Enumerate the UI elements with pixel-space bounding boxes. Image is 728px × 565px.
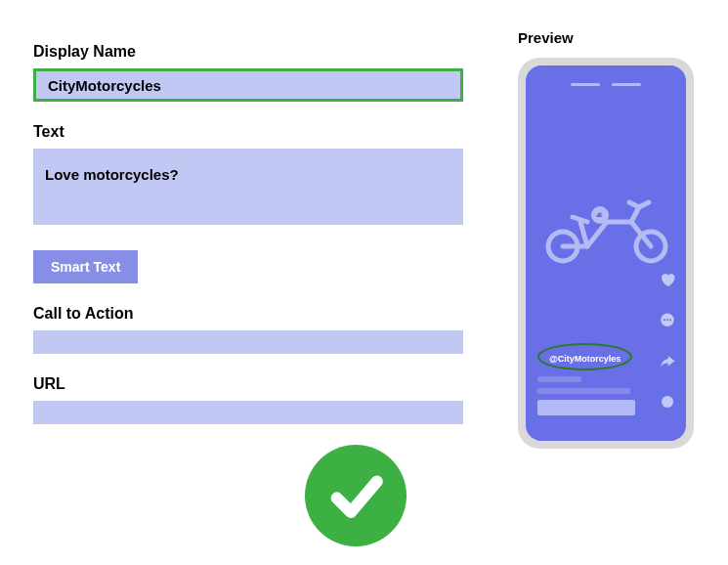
status-indicators [571,83,641,86]
svg-point-6 [669,319,671,321]
cta-placeholder [537,400,635,415]
svg-point-4 [664,319,665,321]
text-label: Text [33,123,463,141]
success-checkmark-icon [305,445,407,546]
url-input[interactable] [33,401,463,424]
caption-placeholder [537,388,630,394]
preview-handle: @CityMotorcyles [549,354,621,364]
share-icon [659,353,676,374]
svg-point-7 [662,396,673,408]
display-name-label: Display Name [33,43,463,61]
svg-point-5 [666,319,668,321]
phone-screen: @CityMotorcyles [526,65,686,441]
caption-placeholder [537,376,581,382]
smart-text-button[interactable]: Smart Text [33,250,138,283]
heart-icon [659,271,676,292]
text-input[interactable] [33,149,463,225]
motorcycle-icon [534,188,680,266]
cta-input[interactable] [33,330,463,354]
phone-mockup: @CityMotorcyles [518,58,694,449]
comment-icon [659,312,676,333]
profile-dot-icon [660,394,675,413]
handle-highlight: @CityMotorcyles [537,343,632,370]
url-label: URL [33,375,463,393]
preview-label: Preview [518,29,713,46]
cta-label: Call to Action [33,305,463,323]
display-name-input[interactable] [33,68,463,102]
